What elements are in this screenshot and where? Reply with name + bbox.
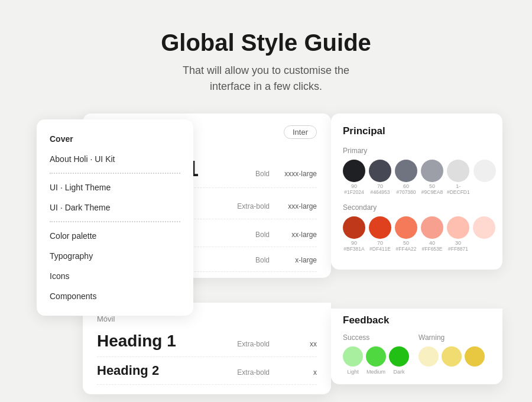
warning-section: Warning	[419, 333, 485, 375]
swatch-circle	[343, 160, 365, 182]
swatch-circle	[473, 216, 495, 239]
feedback-title: Feedback	[343, 315, 491, 326]
nav-divider-1	[50, 173, 180, 174]
nav-item-color-palette[interactable]: Color palette	[37, 226, 193, 246]
secondary-swatch-lightest	[473, 216, 495, 252]
nav-divider-2	[50, 221, 180, 222]
mobile-weight-h2: Extra-bold	[222, 368, 270, 377]
typo-weight-h1: Bold	[222, 170, 270, 178]
cards-area: Cover About Holi · UI Kit UI · Light The…	[0, 114, 532, 368]
secondary-swatch-30: 30 #FF8871	[447, 216, 469, 252]
swatch-circle	[421, 216, 443, 239]
success-swatch-light	[343, 346, 363, 367]
warning-label: Warning	[419, 333, 485, 342]
swatch-circle	[421, 160, 443, 182]
mobile-weight-h1: Extra-bold	[222, 340, 270, 348]
success-swatch-dark	[389, 346, 409, 367]
nav-item-typography[interactable]: Typography	[37, 246, 193, 266]
mobile-typo-row-h2: Heading 2 Extra-bold x	[97, 357, 317, 385]
swatch-circle	[395, 160, 417, 182]
nav-item-icons[interactable]: Icons	[37, 266, 193, 286]
swatch-circle	[395, 216, 417, 239]
warning-swatch-medium	[442, 346, 462, 367]
mobile-typo-row-h1: Heading 1 Extra-bold xx	[97, 326, 317, 357]
nav-item-cover[interactable]: Cover	[37, 129, 193, 149]
feedback-columns: Success Light Medium Dark Warning	[343, 333, 491, 375]
warning-swatches	[419, 346, 485, 367]
success-label: Success	[343, 333, 409, 342]
typo-weight-h3: Bold	[222, 231, 270, 239]
nav-item-light-theme[interactable]: UI · Light Theme	[37, 177, 193, 197]
primary-swatches-row: 90 #1F2024 70 #464953 60 #707380 50 #9C9…	[343, 160, 491, 195]
page-title: Global Style Guide	[0, 28, 532, 57]
typo-size-h2: xxx-large	[270, 202, 317, 210]
secondary-swatches-row: 90 #BF381A 70 #DF411E 50 #FF4A22 40 #FF6…	[343, 216, 491, 252]
nav-item-about[interactable]: About Holi · UI Kit	[37, 149, 193, 169]
secondary-swatch-50: 50 #FF4A22	[395, 216, 417, 252]
success-swatch-medium	[366, 346, 386, 367]
swatch-circle	[447, 216, 469, 239]
nav-card: Cover About Holi · UI Kit UI · Light The…	[37, 119, 193, 316]
typo-weight-h4: Bold	[222, 256, 270, 264]
primary-color-section: Primary 90 #1F2024 70 #464953 60 #707380	[343, 147, 491, 195]
font-tag: Inter	[284, 125, 317, 139]
primary-swatch-10: 1- #DECFD1	[447, 160, 470, 195]
mobile-heading2-preview: Heading 2	[97, 363, 222, 378]
color-card: Principal Primary 90 #1F2024 70 #464953 …	[331, 114, 502, 270]
typo-weight-h2: Extra-bold	[222, 202, 270, 210]
feedback-card: Feedback Success Light Medium Dark Warni…	[331, 309, 502, 384]
nav-item-dark-theme[interactable]: UI · Dark Theme	[37, 197, 193, 218]
swatch-circle	[369, 160, 391, 182]
mobile-size-h1: xx	[270, 340, 317, 348]
secondary-label: Secondary	[343, 203, 491, 212]
primary-swatch-90: 90 #1F2024	[343, 160, 365, 195]
secondary-swatch-40: 40 #FF653E	[421, 216, 443, 252]
swatch-circle	[369, 216, 391, 239]
warning-swatch-light	[419, 346, 439, 367]
page-header: Global Style Guide That will allow you t…	[0, 0, 532, 114]
primary-swatch-70: 70 #464953	[369, 160, 391, 195]
typography-bottom-card: Móvil Heading 1 Extra-bold xx Heading 2 …	[83, 303, 331, 394]
mobile-heading1-preview: Heading 1	[97, 332, 222, 351]
secondary-color-section: Secondary 90 #BF381A 70 #DF411E 50 #FF4A…	[343, 203, 491, 252]
primary-swatch-50: 50 #9C9EA8	[421, 160, 443, 195]
movil-label: Móvil	[97, 315, 317, 323]
success-section: Success Light Medium Dark	[343, 333, 409, 375]
success-swatch-labels: Light Medium Dark	[343, 369, 409, 375]
swatch-circle	[343, 216, 365, 239]
swatch-circle	[473, 160, 496, 182]
primary-swatch-lightest	[473, 160, 496, 195]
primary-swatch-60: 60 #707380	[395, 160, 417, 195]
nav-item-components[interactable]: Components	[37, 286, 193, 306]
typo-size-h4: x-large	[270, 256, 317, 264]
secondary-swatch-70: 70 #DF411E	[369, 216, 391, 252]
typo-size-h3: xx-large	[270, 231, 317, 239]
warning-swatch-dark	[465, 346, 485, 367]
color-card-title: Principal	[343, 125, 491, 137]
mobile-size-h2: x	[270, 368, 317, 377]
typo-size-h1: xxxx-large	[270, 170, 317, 178]
page-subtitle: That will allow you to customise the int…	[0, 63, 532, 95]
success-swatches	[343, 346, 409, 367]
secondary-swatch-90: 90 #BF381A	[343, 216, 365, 252]
swatch-circle	[447, 160, 469, 182]
primary-label: Primary	[343, 147, 491, 155]
